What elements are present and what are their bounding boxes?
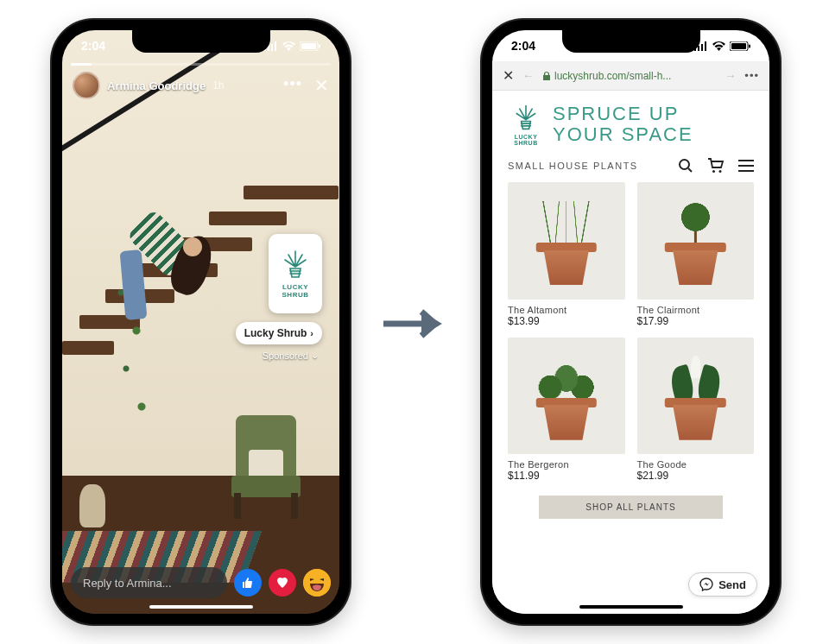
sponsored-label[interactable]: Sponsored ⌄: [263, 350, 319, 361]
battery-icon: [300, 41, 320, 51]
arrow-right-icon: [380, 306, 449, 341]
brand-link-pill[interactable]: Lucky Shrub ›: [236, 322, 322, 344]
brand-logo-card[interactable]: LUCKY SHRUB: [269, 234, 322, 313]
lock-icon: [542, 71, 551, 81]
phone-landing: 2:04 ✕ ← luckyshrub.com/small-h... → •••: [482, 20, 780, 624]
forward-icon[interactable]: →: [725, 69, 736, 82]
brand-logo-text: LUCKY SHRUB: [269, 284, 322, 300]
product-card[interactable]: The Bergeron $11.99: [508, 338, 625, 483]
site-logo[interactable]: LUCKY SHRUB: [508, 103, 544, 146]
status-time: 2:04: [511, 39, 535, 53]
product-price: $21.99: [637, 470, 755, 482]
product-card[interactable]: The Altamont $13.99: [508, 182, 625, 327]
status-time: 2:04: [81, 39, 105, 53]
send-label: Send: [718, 578, 746, 591]
story-age: 1h: [212, 79, 224, 92]
product-price: $11.99: [508, 470, 625, 482]
back-icon[interactable]: ←: [522, 69, 534, 82]
product-image: [508, 338, 625, 455]
category-label: SMALL HOUSE PLANTS: [508, 161, 638, 171]
cart-icon[interactable]: [707, 158, 725, 174]
close-icon[interactable]: ✕: [314, 75, 329, 96]
love-reaction[interactable]: [269, 569, 296, 597]
reply-placeholder: Reply to Armina...: [83, 577, 172, 590]
svg-point-9: [719, 170, 722, 173]
haha-reaction[interactable]: [303, 569, 331, 597]
laugh-icon: [303, 569, 331, 597]
hero-title: SPRUCE UP YOUR SPACE: [553, 104, 693, 145]
url-display[interactable]: luckyshrub.com/small-h...: [542, 70, 716, 82]
category-bar: SMALL HOUSE PLANTS: [508, 153, 754, 182]
site-logo-text: LUCKY SHRUB: [508, 134, 544, 146]
chevron-down-icon: ⌄: [311, 350, 319, 361]
reply-input[interactable]: Reply to Armina...: [71, 567, 227, 598]
status-icons: [694, 41, 750, 51]
status-icons: [264, 41, 320, 51]
wifi-icon: [712, 41, 725, 51]
search-icon[interactable]: [678, 158, 693, 174]
menu-icon[interactable]: [738, 160, 754, 172]
product-card[interactable]: The Clairmont $17.99: [637, 182, 755, 327]
landing-page: LUCKY SHRUB SPRUCE UP YOUR SPACE SMALL H…: [492, 91, 769, 614]
home-indicator[interactable]: [579, 605, 683, 609]
close-icon[interactable]: ✕: [503, 67, 514, 84]
phone-notch: [132, 30, 270, 53]
product-card[interactable]: The Goode $21.99: [637, 338, 755, 483]
svg-rect-1: [301, 43, 316, 49]
messenger-icon: [699, 578, 713, 591]
svg-rect-2: [319, 44, 320, 47]
send-button[interactable]: Send: [688, 572, 757, 597]
svg-rect-5: [731, 43, 746, 49]
plant-logo-icon: [513, 103, 539, 132]
product-price: $17.99: [637, 315, 755, 327]
product-grid: The Altamont $13.99 The Clairmont $17.99: [508, 182, 754, 482]
svg-point-7: [680, 160, 689, 169]
svg-rect-6: [749, 44, 750, 47]
product-image: [508, 182, 625, 300]
plant-logo-icon: [282, 248, 309, 281]
wifi-icon: [282, 41, 295, 51]
phone-notch: [562, 30, 700, 53]
more-icon[interactable]: •••: [744, 69, 759, 82]
story-user-name[interactable]: Armina Goodridge: [107, 79, 206, 92]
product-image: [637, 338, 755, 455]
battery-icon: [730, 41, 750, 51]
phone-story: 2:04: [52, 20, 350, 624]
heart-icon: [275, 576, 289, 590]
product-name: The Bergeron: [508, 459, 625, 470]
product-image: [637, 182, 755, 300]
story-screen: 2:04: [62, 30, 339, 614]
story-header: Armina Goodridge 1h ••• ✕: [73, 72, 329, 99]
more-icon[interactable]: •••: [283, 75, 302, 96]
chevron-right-icon: ›: [310, 328, 313, 338]
browser-bar: ✕ ← luckyshrub.com/small-h... → •••: [492, 61, 769, 91]
landing-screen: 2:04 ✕ ← luckyshrub.com/small-h... → •••: [492, 30, 769, 614]
thumbs-up-icon: [241, 576, 255, 590]
svg-point-8: [712, 170, 715, 173]
home-indicator[interactable]: [149, 605, 253, 609]
svg-point-3: [303, 569, 331, 597]
hero: LUCKY SHRUB SPRUCE UP YOUR SPACE: [508, 103, 754, 146]
product-name: The Altamont: [508, 305, 625, 315]
brand-pill-label: Lucky Shrub: [244, 327, 307, 339]
product-name: The Goode: [637, 459, 755, 470]
avatar[interactable]: [73, 72, 100, 99]
shop-all-button[interactable]: SHOP ALL PLANTS: [539, 496, 724, 519]
story-progress-bar[interactable]: [71, 63, 331, 66]
product-price: $13.99: [508, 315, 625, 327]
story-footer: Reply to Armina...: [71, 567, 331, 598]
product-name: The Clairmont: [637, 305, 755, 315]
like-reaction[interactable]: [234, 569, 262, 597]
